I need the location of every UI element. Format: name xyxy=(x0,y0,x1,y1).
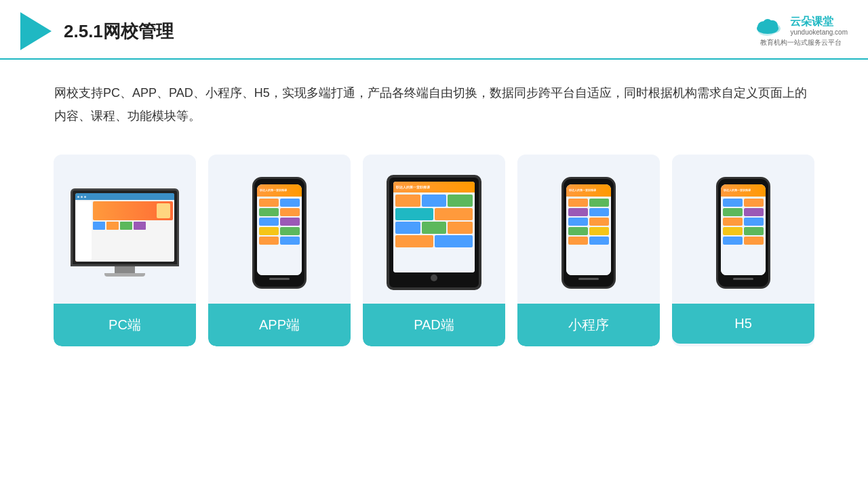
phone-mockup-h5: 职达人的第一堂职推课 xyxy=(716,177,770,289)
card-h5-label: H5 xyxy=(672,304,814,344)
card-miniprogram-label: 小程序 xyxy=(517,304,660,346)
header-left: 2.5.1网校管理 xyxy=(20,12,174,50)
logo-triangle-icon xyxy=(20,12,52,50)
header-right: 云朵课堂 yunduoketang.com 教育机构一站式服务云平台 xyxy=(753,15,848,47)
svg-point-8 xyxy=(763,19,772,28)
brand-text: 云朵课堂 xyxy=(790,16,848,27)
card-app-image: 职达人的第一堂职推课 xyxy=(208,155,351,304)
cards-section: PC端 职达人的第一堂职推课 xyxy=(0,141,868,346)
cloud-icon xyxy=(753,15,786,37)
card-pad-image: 职达人的第一堂职推课 xyxy=(363,155,505,304)
phone-mockup-mini: 职达人的第一堂职推课 xyxy=(561,177,616,289)
brand-tagline: 教育机构一站式服务云平台 xyxy=(760,38,842,47)
page-title: 2.5.1网校管理 xyxy=(64,20,174,43)
phone-mockup-app: 职达人的第一堂职推课 xyxy=(252,177,307,289)
brand-name: 云朵课堂 yunduoketang.com xyxy=(790,16,848,36)
card-pc-image xyxy=(54,155,196,304)
card-pad-label: PAD端 xyxy=(363,304,505,346)
card-app: 职达人的第一堂职推课 xyxy=(208,155,351,346)
header: 2.5.1网校管理 云朵课堂 yunduoketang.com 教育机构一站式服… xyxy=(0,0,868,60)
pc-mockup xyxy=(67,188,182,277)
card-app-label: APP端 xyxy=(208,304,351,346)
card-pad: 职达人的第一堂职推课 xyxy=(363,155,505,346)
card-h5: 职达人的第一堂职推课 xyxy=(672,155,814,346)
card-pc: PC端 xyxy=(54,155,196,346)
card-h5-image: 职达人的第一堂职推课 xyxy=(672,155,814,304)
tablet-mockup: 职达人的第一堂职推课 xyxy=(387,175,481,290)
brand-logo: 云朵课堂 yunduoketang.com xyxy=(753,15,848,37)
card-miniprogram-image: 职达人的第一堂职推课 xyxy=(517,155,660,304)
card-miniprogram: 职达人的第一堂职推课 xyxy=(517,155,660,346)
card-pc-label: PC端 xyxy=(54,304,196,346)
brand-url: yunduoketang.com xyxy=(790,28,848,36)
description-text: 网校支持PC、APP、PAD、小程序、H5，实现多端打通，产品各终端自由切换，数… xyxy=(0,60,868,141)
